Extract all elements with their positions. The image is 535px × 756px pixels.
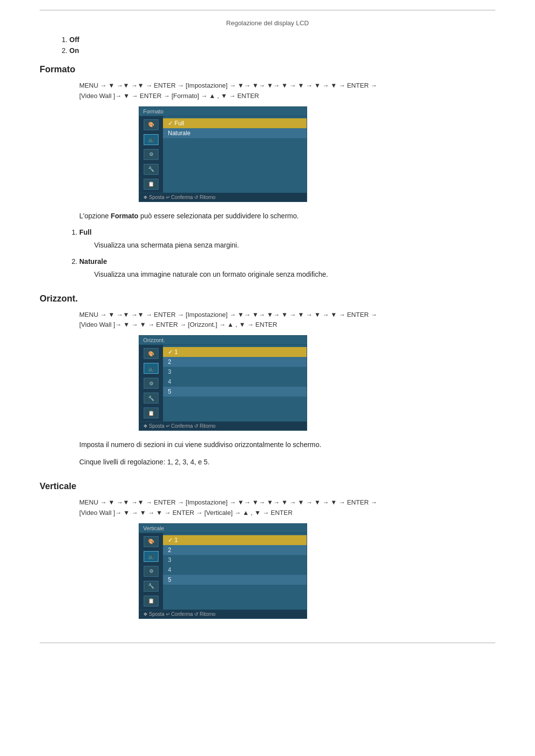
verticale-osd: Verticale 🎨 📺 ⚙ 🔧 📋 ✓ 1 2 3 4 5 (139, 523, 307, 619)
orizzont-item-2: 2 (163, 357, 307, 367)
bottom-rule (40, 643, 495, 643)
verticale-osd-items: ✓ 1 2 3 4 5 (163, 533, 307, 609)
osd-icon-o1: 🎨 (144, 348, 159, 359)
osd-icon-v5: 📋 (144, 596, 159, 606)
orizzont-menu-path: MENU → ▼ →▼ →▼ → ENTER → [Impostazione] … (79, 310, 495, 331)
orizzont-path-line1: MENU → ▼ →▼ →▼ → ENTER → [Impostazione] … (79, 311, 377, 318)
verticale-path-line2: [Video Wall ]→ ▼ → ▼ → ▼ → ENTER → [Vert… (79, 509, 293, 516)
formato-path-line1: MENU → ▼ →▼ →▼ → ENTER → [Impostazione] … (79, 82, 377, 89)
verticale-menu-path: MENU → ▼ →▼ →▼ → ENTER → [Impostazione] … (79, 498, 495, 518)
osd-icon-1: 🎨 (144, 119, 159, 130)
formato-osd-sidebar: 🎨 📺 ⚙ 🔧 📋 (139, 116, 163, 193)
formato-path-line2: [Video Wall ]→ ▼ → ENTER → [Formato] → ▲… (79, 92, 259, 100)
verticale-osd-title: Verticale (139, 524, 307, 533)
list-item-on: On (69, 47, 495, 54)
verticale-footer-text: ❖ Sposta ↵ Conferma ↺ Ritorno (143, 611, 215, 617)
formato-sub-item-full: Full (79, 228, 495, 236)
orizzont-footer-text: ❖ Sposta ↵ Conferma ↺ Ritorno (143, 423, 215, 429)
orizzont-osd-footer: ❖ Sposta ↵ Conferma ↺ Ritorno (139, 421, 307, 430)
orizzont-section: Orizzont. MENU → ▼ →▼ →▼ → ENTER → [Impo… (40, 294, 495, 468)
formato-item-full: ✓ Full (163, 118, 307, 128)
formato-description: L'opzione Formato può essere selezionata… (79, 211, 495, 221)
orizzont-osd-menu: Orizzont. 🎨 📺 ⚙ 🔧 📋 ✓ 1 2 3 4 5 (139, 335, 307, 431)
formato-naturale-title: Naturale (79, 257, 107, 265)
formato-full-title: Full (79, 228, 92, 236)
osd-icon-v3: ⚙ (144, 566, 159, 577)
orizzont-description1: Imposta il numero di sezioni in cui vien… (79, 440, 495, 450)
formato-title: Formato (40, 64, 495, 75)
on-label: On (69, 47, 79, 54)
orizzont-item-4: 4 (163, 377, 307, 387)
verticale-item-3: 3 (163, 555, 307, 565)
formato-sub-list: Full (79, 228, 495, 236)
page-container: Regolazione del display LCD Off On Forma… (0, 0, 535, 663)
formato-section: Formato MENU → ▼ →▼ →▼ → ENTER → [Impost… (40, 64, 495, 280)
verticale-item-2: 2 (163, 545, 307, 555)
orizzont-description2: Cinque livelli di regolazione: 1, 2, 3, … (79, 457, 495, 467)
formato-osd: Formato 🎨 📺 ⚙ 🔧 📋 ✓ Full Na (139, 106, 307, 202)
verticale-item-4: 4 (163, 565, 307, 575)
verticale-path-line1: MENU → ▼ →▼ →▼ → ENTER → [Impostazione] … (79, 499, 377, 506)
list-item-off: Off (69, 36, 495, 44)
orizzont-item-3: 3 (163, 367, 307, 377)
formato-full-label: ✓ Full (168, 120, 184, 127)
formato-osd-menu: Formato 🎨 📺 ⚙ 🔧 📋 ✓ Full Na (139, 106, 307, 202)
orizzont-title: Orizzont. (40, 294, 495, 304)
osd-icon-v2: 📺 (144, 551, 159, 562)
orizzont-item-5: 5 (163, 387, 307, 397)
page-title: Regolazione del display LCD (226, 19, 309, 27)
orizzont-osd-title: Orizzont. (139, 336, 307, 345)
verticale-osd-sidebar: 🎨 📺 ⚙ 🔧 📋 (139, 533, 163, 609)
verticale-item-5: 5 (163, 575, 307, 585)
orizzont-item-1: ✓ 1 (163, 347, 307, 357)
verticale-osd-menu: Verticale 🎨 📺 ⚙ 🔧 📋 ✓ 1 2 3 4 5 (139, 523, 307, 619)
formato-footer-text: ❖ Sposta ↵ Conferma ↺ Ritorno (143, 195, 215, 200)
formato-osd-items: ✓ Full Naturale (163, 116, 307, 193)
formato-osd-title: Formato (139, 107, 307, 116)
formato-naturale-label: Naturale (168, 130, 190, 137)
verticale-item-1: ✓ 1 (163, 535, 307, 545)
osd-icon-v1: 🎨 (144, 536, 159, 547)
formato-osd-footer: ❖ Sposta ↵ Conferma ↺ Ritorno (139, 193, 307, 202)
osd-icon-o5: 📋 (144, 407, 159, 418)
osd-icon-o4: 🔧 (144, 393, 159, 403)
off-label: Off (69, 36, 79, 44)
formato-item-naturale: Naturale (163, 128, 307, 138)
verticale-osd-footer: ❖ Sposta ↵ Conferma ↺ Ritorno (139, 609, 307, 618)
osd-icon-o2: 📺 (144, 363, 159, 374)
osd-icon-2: 📺 (144, 134, 159, 145)
formato-full-desc: Visualizza una schermata piena senza mar… (94, 240, 495, 251)
osd-icon-v4: 🔧 (144, 581, 159, 592)
orizzont-osd-sidebar: 🎨 📺 ⚙ 🔧 📋 (139, 345, 163, 421)
formato-bold: Formato (110, 212, 138, 220)
formato-menu-path: MENU → ▼ →▼ →▼ → ENTER → [Impostazione] … (79, 81, 495, 101)
intro-list: Off On (69, 36, 495, 54)
verticale-osd-content: 🎨 📺 ⚙ 🔧 📋 ✓ 1 2 3 4 5 (139, 533, 307, 609)
osd-icon-3: ⚙ (144, 149, 159, 160)
verticale-title: Verticale (40, 481, 495, 492)
formato-sub-list-2: Naturale (79, 257, 495, 265)
osd-icon-o3: ⚙ (144, 378, 159, 389)
top-rule (40, 10, 495, 10)
formato-osd-content: 🎨 📺 ⚙ 🔧 📋 ✓ Full Naturale (139, 116, 307, 193)
formato-naturale-desc: Visualizza una immagine naturale con un … (94, 269, 495, 280)
orizzont-osd-items: ✓ 1 2 3 4 5 (163, 345, 307, 421)
page-header: Regolazione del display LCD (40, 19, 495, 27)
verticale-section: Verticale MENU → ▼ →▼ →▼ → ENTER → [Impo… (40, 481, 495, 628)
orizzont-osd-content: 🎨 📺 ⚙ 🔧 📋 ✓ 1 2 3 4 5 (139, 345, 307, 421)
formato-sub-item-naturale: Naturale (79, 257, 495, 265)
orizzont-osd: Orizzont. 🎨 📺 ⚙ 🔧 📋 ✓ 1 2 3 4 5 (139, 335, 307, 431)
orizzont-path-line2: [Video Wall ]→ ▼ → ▼ → ENTER → [Orizzont… (79, 321, 277, 328)
osd-icon-4: 🔧 (144, 164, 159, 175)
osd-icon-5: 📋 (144, 179, 159, 190)
